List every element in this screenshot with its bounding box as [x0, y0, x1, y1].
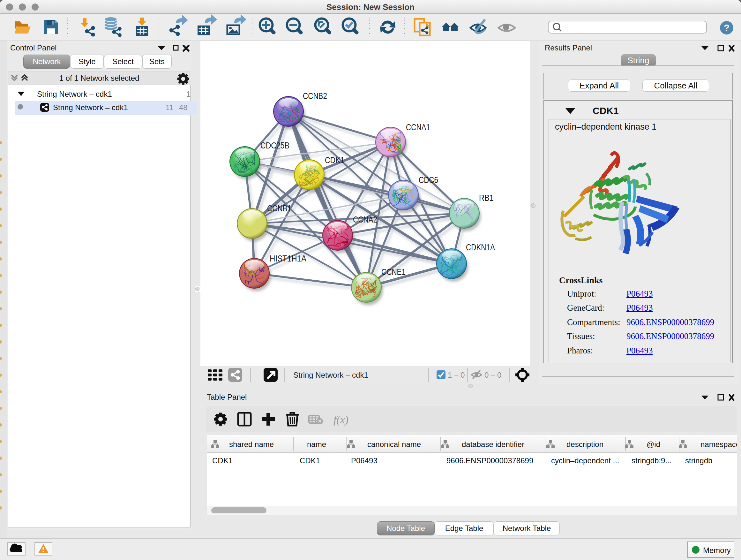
svg-text:CDK1: CDK1 — [212, 456, 232, 465]
svg-text:P06493: P06493 — [351, 456, 378, 465]
svg-text:stringdb: stringdb — [685, 456, 712, 465]
svg-text:description: description — [566, 440, 603, 449]
svg-text:cyclin–dependent ...: cyclin–dependent ... — [551, 456, 619, 465]
svg-text:CDKN1A: CDKN1A — [466, 242, 495, 252]
svg-text:CCNB1: CCNB1 — [267, 203, 291, 213]
svg-text:f(x): f(x) — [333, 414, 348, 426]
svg-text:RB1: RB1 — [479, 193, 494, 203]
svg-text:CCNA2: CCNA2 — [353, 214, 377, 225]
svg-text:CDK1: CDK1 — [325, 155, 344, 165]
svg-text:CDK1: CDK1 — [300, 456, 320, 465]
svg-text:stringdb:9...: stringdb:9... — [631, 456, 671, 465]
svg-text:1 – 0: 1 – 0 — [448, 371, 465, 379]
svg-text:String Network – cdk1: String Network – cdk1 — [293, 371, 368, 379]
svg-text:CCNA1: CCNA1 — [406, 122, 430, 132]
svg-text:name: name — [307, 440, 326, 449]
svg-text:9606.ENSP00000378699: 9606.ENSP00000378699 — [447, 456, 533, 465]
svg-text:CDC6: CDC6 — [419, 175, 438, 185]
svg-text:?: ? — [724, 22, 730, 33]
svg-text:canonical name: canonical name — [367, 440, 421, 449]
svg-text:CCNB2: CCNB2 — [303, 91, 327, 101]
svg-text:@id: @id — [647, 440, 660, 449]
svg-text:namespace: namespace — [700, 440, 737, 449]
svg-text:HIST1H1A: HIST1H1A — [270, 253, 307, 263]
svg-text:database identifier: database identifier — [462, 440, 524, 449]
svg-text:CDC25B: CDC25B — [260, 140, 289, 150]
svg-text:0 – 0: 0 – 0 — [484, 371, 501, 379]
svg-text:shared name: shared name — [229, 440, 274, 449]
svg-text:CCNE1: CCNE1 — [381, 267, 406, 277]
